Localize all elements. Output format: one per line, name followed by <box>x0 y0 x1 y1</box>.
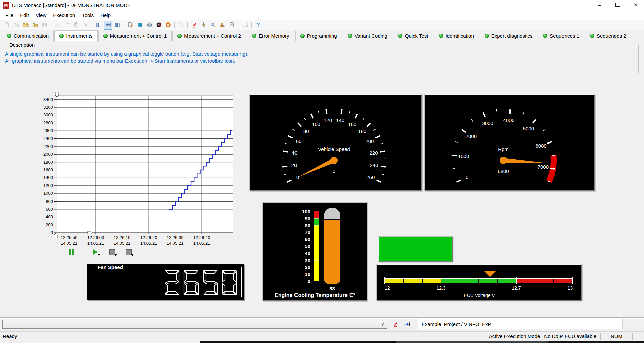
svg-text:4000: 4000 <box>503 117 514 123</box>
svg-text:0: 0 <box>466 174 468 180</box>
new-document-button[interactable] <box>2 21 11 30</box>
inject-button[interactable] <box>391 320 400 329</box>
close-button[interactable]: ✕ <box>627 0 644 10</box>
svg-text:2000: 2000 <box>466 133 477 139</box>
paste-button[interactable] <box>72 21 80 30</box>
pause-icon <box>69 249 71 255</box>
tab-variant-coding[interactable]: Variant Coding <box>343 31 392 41</box>
sphere-button[interactable] <box>145 21 154 30</box>
coolant-thermometer[interactable]: 010203040506070809010088Engine Cooling T… <box>263 203 367 301</box>
gauge-title: Rpm <box>498 146 509 152</box>
stop-button-1[interactable] <box>109 249 116 255</box>
pause-button[interactable] <box>69 249 76 255</box>
window-cascade-icon <box>96 22 102 28</box>
tab-sequences-2[interactable]: Sequences 2 <box>585 31 631 41</box>
ecu-voltage-gauge[interactable]: 1212,312,713ECU Voltage V <box>377 264 582 301</box>
clock-button[interactable] <box>177 21 185 30</box>
thermo-tick-label: 60 <box>297 236 310 242</box>
voltage-tick <box>516 277 517 284</box>
minimize-button[interactable]: – <box>591 0 608 10</box>
seven-segment-digit <box>184 271 198 295</box>
attach-button[interactable] <box>402 320 412 329</box>
voltage-pointer <box>484 271 496 277</box>
voltage-segment <box>479 279 497 283</box>
svg-text:80: 80 <box>303 128 309 134</box>
channel-combobox[interactable]: ∨ <box>2 320 387 329</box>
menu-tools[interactable]: Tools <box>78 11 97 20</box>
toolbar-separator <box>124 22 124 28</box>
menu-view[interactable]: View <box>32 11 50 20</box>
cut-button[interactable] <box>53 21 62 30</box>
save-icon <box>42 22 47 28</box>
description-link-2[interactable]: All graphical instruments can be started… <box>5 58 235 64</box>
menu-execution[interactable]: Execution <box>50 11 78 20</box>
page-edit-button[interactable] <box>126 21 135 30</box>
fan-speed-display[interactable]: Fan Speed <box>87 264 244 300</box>
maximize-button[interactable] <box>609 0 626 10</box>
tab-status-icon <box>177 34 182 38</box>
tab-sequences-1[interactable]: Sequences 1 <box>538 31 584 41</box>
stop-button-2[interactable] <box>126 249 133 255</box>
save-button[interactable] <box>40 21 49 30</box>
plug-monitor-button[interactable] <box>209 21 217 30</box>
svg-text:200: 200 <box>365 138 374 144</box>
open-layout-button[interactable] <box>31 21 39 30</box>
dropdown-arrow-icon <box>114 254 117 256</box>
fan-speed-chart[interactable]: 0200400600800100012001400160018002000220… <box>40 91 248 249</box>
voltage-tick-label: 12,7 <box>512 285 521 291</box>
status-num-lock: NUM <box>601 333 632 339</box>
svg-text:3000: 3000 <box>43 112 53 117</box>
open-document-button[interactable] <box>12 21 20 30</box>
copy-button[interactable] <box>62 21 71 30</box>
voltage-segment <box>460 279 478 283</box>
tab-label: Quick Test <box>405 33 428 39</box>
tab-communication[interactable]: Communication <box>2 31 54 41</box>
vehicle-speed-gauge[interactable]: 020406080100120140160180200220240260Vehi… <box>250 94 422 191</box>
plug-download-button[interactable] <box>199 21 208 30</box>
user-button[interactable] <box>218 21 227 30</box>
voltage-caption: ECU Voltage V <box>377 293 581 298</box>
record-ring-button[interactable] <box>164 21 172 30</box>
rpm-gauge[interactable]: 01000200030004000500060007000Rpm6800 <box>425 94 595 191</box>
voltage-segment <box>517 279 535 283</box>
menu-edit[interactable]: Edit <box>17 11 32 20</box>
stop-square-button[interactable] <box>136 21 144 30</box>
tab-programming[interactable]: Programming <box>295 31 342 41</box>
window-split-horizontal-button[interactable] <box>104 21 112 30</box>
chart-cursor-origin[interactable] <box>54 233 57 238</box>
window-split-vertical-button[interactable] <box>113 21 122 30</box>
seven-segment-digit <box>165 271 179 295</box>
status-execution-mode: Active Execution Mode <box>485 333 544 339</box>
tab-error-memory[interactable]: Error Memory <box>247 31 294 41</box>
table-ok-button[interactable]: OK <box>240 21 249 30</box>
delete-button[interactable] <box>81 21 90 30</box>
svg-text:3200: 3200 <box>43 105 53 110</box>
tab-measurement-control-2[interactable]: Measurement + Control 2 <box>172 31 246 41</box>
dark-sphere-button[interactable] <box>154 21 163 30</box>
help-button[interactable]: ? <box>254 21 262 30</box>
report-button[interactable] <box>227 21 236 30</box>
play-button[interactable] <box>93 249 99 255</box>
menu-help[interactable]: Help <box>97 11 114 20</box>
open-workspace-button[interactable] <box>21 21 30 30</box>
tab-expert-diagnostics[interactable]: Expert diagnostics <box>480 31 538 41</box>
svg-text:100: 100 <box>312 121 320 127</box>
taskbar-segment <box>548 341 644 343</box>
window-cascade-button[interactable] <box>94 21 103 30</box>
status-indicator[interactable] <box>378 237 453 262</box>
tab-instruments[interactable]: Instruments <box>54 30 97 41</box>
separator <box>632 333 633 340</box>
svg-text:140: 140 <box>336 117 344 123</box>
inject-icon <box>393 321 399 327</box>
tab-identification[interactable]: Identification <box>434 31 479 41</box>
menu-file[interactable]: File <box>2 11 17 20</box>
description-link-1[interactable]: A single graphical instrument can be sta… <box>5 51 248 57</box>
svg-text:1800: 1800 <box>43 160 53 165</box>
red-pen-button[interactable] <box>190 21 199 30</box>
voltage-tick-label: 12 <box>385 285 390 291</box>
svg-text:3000: 3000 <box>482 120 493 126</box>
thermo-caption: Engine Cooling Temperature C° <box>263 292 367 298</box>
tab-measurement-control-1[interactable]: Measurement + Control 1 <box>98 31 172 41</box>
voltage-segment <box>498 279 516 283</box>
tab-quick-test[interactable]: Quick Test <box>393 31 433 41</box>
